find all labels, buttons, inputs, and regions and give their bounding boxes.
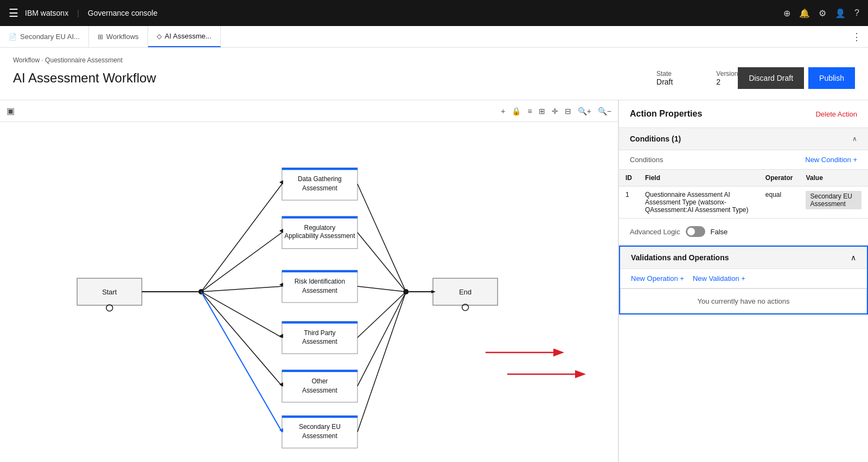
collapse-sidebar-icon[interactable]: ▣ [7,106,15,116]
tab-ai-assessment-label: AI Assessme... [165,32,212,40]
validations-chevron-icon: ∧ [851,253,856,262]
condition-value: Secondary EU Assessment [799,187,868,219]
table-icon[interactable]: ⊟ [565,107,571,116]
svg-text:Secondary EU: Secondary EU [299,423,341,431]
conditions-section-header[interactable]: Conditions (1) ∧ [619,128,868,150]
svg-text:Regulatory: Regulatory [304,224,336,232]
conditions-label: Conditions [630,156,663,164]
zoom-out-icon[interactable]: 🔍− [598,107,611,116]
advanced-logic: Advanced Logic False [619,219,868,245]
no-actions-box: You currently have no actions [620,288,867,313]
help-icon[interactable]: ? [854,8,859,18]
list-icon[interactable]: ≡ [527,107,532,116]
delete-action-button[interactable]: Delete Action [815,110,857,118]
version-value: 2 [716,78,720,86]
svg-text:Third Party: Third Party [304,329,335,337]
svg-text:Assessment: Assessment [302,387,338,394]
tab-secondary-eu-icon: 📄 [9,33,17,41]
condition-row: 1 Questionnaire Assessment AI Assessment… [619,187,868,219]
state-label: State [656,70,673,78]
add-icon[interactable]: ⊕ [783,8,790,18]
condition-value-badge: Secondary EU Assessment [806,191,861,209]
grid-icon[interactable]: ⊞ [539,107,545,116]
discard-draft-button[interactable]: Discard Draft [738,67,804,89]
state-value: Draft [656,78,673,86]
conditions-controls-row: Conditions New Condition + [619,150,868,170]
conditions-section: Conditions (1) ∧ Conditions New Conditio… [619,128,868,246]
top-navigation: ☰ IBM watsonx | Governance console ⊕ 🔔 ⚙… [0,0,868,26]
main-area: ▣ + 🔒 ≡ ⊞ ✛ ⊟ 🔍+ 🔍− Start [0,100,868,462]
validations-section-title: Validations and Operations [631,253,729,262]
svg-text:Assessment: Assessment [302,184,338,192]
tab-overflow-menu[interactable]: ⋮ [845,31,868,43]
page-header: Workflow · Questionnaire Assessment AI A… [0,48,868,100]
svg-text:Other: Other [311,377,328,385]
svg-text:Assessment: Assessment [302,338,338,345]
header-buttons: Discard Draft Publish [738,67,855,89]
workflow-diagram: Start End Data Gathering Assessment Regu… [0,122,618,462]
svg-rect-24 [282,370,358,372]
svg-text:Assessment: Assessment [302,287,338,294]
publish-button[interactable]: Publish [808,67,855,89]
canvas-toolbar: ▣ + 🔒 ≡ ⊞ ✛ ⊟ 🔍+ 🔍− [0,100,618,122]
svg-text:Applicability Assessment: Applicability Assessment [284,232,355,240]
validations-actions-row: New Operation + New Validation + [620,269,867,288]
menu-icon[interactable]: ☰ [9,7,18,20]
validations-section: Validations and Operations ∧ New Operati… [619,246,868,315]
col-operator: Operator [759,170,800,187]
svg-text:End: End [459,288,471,296]
zoom-in-icon[interactable]: 🔍+ [578,107,591,116]
new-condition-button[interactable]: New Condition + [805,156,857,164]
crosshair-icon[interactable]: ✛ [552,107,558,116]
svg-rect-28 [282,416,358,418]
user-icon[interactable]: 👤 [835,8,846,18]
panel-header: Action Properties Delete Action [619,100,868,128]
svg-text:Risk Identification: Risk Identification [295,278,345,285]
col-id: ID [619,170,639,187]
new-validation-button[interactable]: New Validation + [693,274,745,283]
state-meta: State Draft [656,70,673,86]
condition-id: 1 [619,187,639,219]
advanced-logic-toggle[interactable] [686,226,705,237]
tab-workflows-label: Workflows [106,33,139,41]
page-meta: State Draft Version 2 [656,70,738,86]
tab-secondary-eu-label: Secondary EU AI... [20,33,80,41]
tab-workflows[interactable]: ⊞ Workflows [89,26,148,47]
svg-text:Data Gathering: Data Gathering [298,175,342,183]
page-title: AI Assessment Workflow [13,70,548,86]
brand-name: IBM watsonx [25,9,68,17]
svg-rect-8 [282,168,358,170]
canvas-toolbar-icons: + 🔒 ≡ ⊞ ✛ ⊟ 🔍+ 🔍− [501,107,611,116]
validations-section-header[interactable]: Validations and Operations ∧ [620,247,867,269]
svg-text:Start: Start [102,288,117,296]
canvas-area: ▣ + 🔒 ≡ ⊞ ✛ ⊟ 🔍+ 🔍− Start [0,100,618,462]
advanced-logic-label: Advanced Logic [630,228,680,236]
svg-rect-16 [282,270,358,272]
conditions-table: ID Field Operator Value 1 Questionnaire … [619,170,868,219]
toggle-value-label: False [711,228,728,236]
tab-secondary-eu[interactable]: 📄 Secondary EU AI... [0,26,89,47]
tab-ai-assessment-icon: ◇ [157,33,162,40]
tab-workflows-icon: ⊞ [98,33,103,41]
version-label: Version [716,70,738,78]
svg-text:Assessment: Assessment [302,432,338,440]
conditions-chevron-icon: ∧ [852,135,857,143]
notifications-icon[interactable]: 🔔 [799,8,810,18]
version-meta: Version 2 [716,70,738,86]
tab-bar: 📄 Secondary EU AI... ⊞ Workflows ◇ AI As… [0,26,868,48]
condition-field: Questionnaire Assessment AI Assessment T… [639,187,759,219]
workflow-canvas[interactable]: Start End Data Gathering Assessment Regu… [0,122,618,462]
tab-ai-assessment[interactable]: ◇ AI Assessme... [148,26,221,47]
conditions-section-title: Conditions (1) [630,134,681,143]
app-name: Governance console [88,9,157,17]
col-value: Value [799,170,868,187]
new-operation-button[interactable]: New Operation + [631,274,684,283]
svg-rect-20 [282,322,358,324]
breadcrumb: Workflow · Questionnaire Assessment [13,56,855,64]
add-node-icon[interactable]: + [501,107,505,116]
lock-icon[interactable]: 🔒 [512,107,521,116]
settings-icon[interactable]: ⚙ [819,8,826,18]
nav-divider: | [77,9,79,17]
condition-operator: equal [759,187,800,219]
nav-icons: ⊕ 🔔 ⚙ 👤 ? [783,8,859,18]
